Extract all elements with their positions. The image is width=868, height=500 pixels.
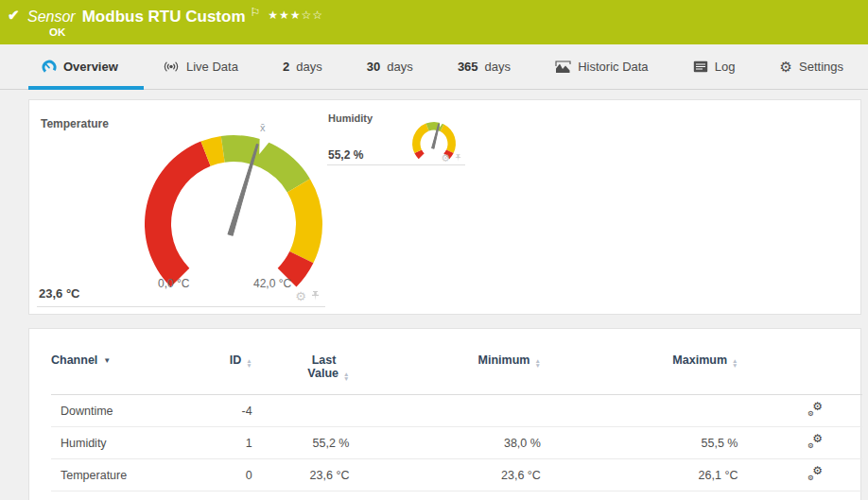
cell-channel: Downtime [51, 395, 197, 427]
flag-icon[interactable]: ⚐ [251, 6, 261, 19]
temperature-gauge-block: Temperature x̄ 0,0 °C 42,0 °C 23,6 °C ⚙ [37, 108, 325, 307]
column-header-last-value[interactable]: Last Value▲▼ [252, 353, 350, 395]
average-marker-label: x̄ [260, 122, 266, 133]
sort-arrows-icon: ▲▼ [534, 358, 540, 368]
cell-maximum: 26,1 °C [541, 459, 738, 491]
ok-check-icon: ✔ [8, 7, 20, 24]
cell-last-value: 55,2 % [252, 427, 350, 459]
sort-arrows-icon: ▲▼ [343, 371, 349, 381]
column-header-minimum[interactable]: Minimum▲▼ [349, 353, 540, 395]
gauge-icon [42, 60, 57, 75]
tab-overview[interactable]: Overview [28, 44, 131, 89]
channels-table: Channel▼ ID▲▼ Last Value▲▼ Minimum▲▼ Max… [51, 353, 862, 491]
sensor-title: SensorModbus RTU Custom⚐★★★☆☆ [27, 6, 323, 26]
tab-settings[interactable]: ⚙ Settings [767, 44, 857, 89]
tab-label: Live Data [186, 60, 238, 74]
column-header-maximum[interactable]: Maximum▲▼ [541, 353, 738, 395]
cell-minimum: 38,0 % [349, 427, 540, 459]
gauges-panel: Temperature x̄ 0,0 °C 42,0 °C 23,6 °C ⚙ … [28, 99, 861, 315]
sort-arrows-icon: ▲▼ [732, 358, 738, 368]
sensor-tabbar: Overview Live Data 2 days 30 days 365 da… [0, 44, 868, 90]
tab-live-data[interactable]: Live Data [149, 44, 252, 89]
cell-channel: Temperature [51, 459, 197, 491]
cell-last-value: 23,6 °C [252, 459, 350, 491]
tab-label: Log [715, 60, 736, 74]
log-list-icon [693, 60, 708, 73]
cell-id: 0 [197, 459, 252, 491]
cell-id: -4 [197, 395, 252, 427]
channel-settings-gears-icon[interactable]: ⚙⚙ [807, 403, 823, 417]
gauge-settings-gear-icon[interactable]: ⚙ [441, 153, 450, 164]
sensor-name: Modbus RTU Custom [82, 8, 246, 26]
channels-panel: Channel▼ ID▲▼ Last Value▲▼ Minimum▲▼ Max… [28, 328, 861, 500]
pin-icon[interactable] [311, 291, 320, 302]
gauge-settings-gear-icon[interactable]: ⚙ [295, 290, 306, 302]
gauge-current-value: 55,2 % [328, 148, 363, 162]
live-waves-icon [163, 60, 180, 74]
tab-label: Overview [63, 60, 118, 74]
cell-channel: Humidity [51, 427, 197, 459]
table-row[interactable]: Temperature 0 23,6 °C 23,6 °C 26,1 °C ⚙⚙ [51, 459, 862, 491]
tab-number: 2 [283, 60, 289, 74]
tab-number: 365 [458, 60, 478, 74]
pin-icon[interactable] [455, 154, 461, 163]
status-badge: OK [49, 26, 65, 38]
gauge-min-label: 0,0 °C [158, 277, 189, 290]
gauge-title: Temperature [41, 117, 109, 130]
area-chart-icon [555, 60, 571, 74]
tab-label: Historic Data [578, 60, 648, 74]
cell-minimum [349, 395, 540, 427]
column-header-channel[interactable]: Channel▼ [51, 353, 197, 395]
gear-icon: ⚙ [780, 60, 792, 74]
sort-arrows-icon: ▲▼ [246, 358, 252, 368]
cell-minimum: 23,6 °C [349, 459, 540, 491]
tab-2-days[interactable]: 2 days [269, 44, 336, 89]
gauge-max-label: 42,0 °C [253, 277, 291, 290]
tab-number: 30 [367, 60, 380, 74]
tab-unit: days [296, 60, 321, 74]
tab-unit: days [387, 60, 412, 74]
gauge-title: Humidity [328, 112, 373, 124]
priority-stars[interactable]: ★★★☆☆ [268, 9, 323, 22]
channel-settings-gears-icon[interactable]: ⚙⚙ [807, 435, 823, 449]
channel-settings-gears-icon[interactable]: ⚙⚙ [807, 467, 823, 481]
sort-caret-icon: ▼ [103, 356, 111, 365]
cell-maximum [541, 395, 738, 427]
gauge-current-value: 23,6 °C [39, 286, 80, 301]
cell-id: 1 [197, 427, 252, 459]
cell-last-value [252, 395, 350, 427]
cell-maximum: 55,5 % [541, 427, 738, 459]
tab-unit: days [485, 60, 511, 74]
table-row[interactable]: Downtime -4 ⚙⚙ [51, 395, 862, 427]
active-tab-underline [28, 86, 144, 90]
column-header-id[interactable]: ID▲▼ [197, 353, 252, 395]
tab-label: Settings [799, 60, 843, 74]
table-header-row: Channel▼ ID▲▼ Last Value▲▼ Minimum▲▼ Max… [51, 353, 862, 395]
tab-365-days[interactable]: 365 days [444, 44, 524, 89]
object-kind-label: Sensor [27, 9, 76, 25]
tab-historic-data[interactable]: Historic Data [542, 44, 661, 89]
sensor-status-bar: ✔ SensorModbus RTU Custom⚐★★★☆☆ OK [0, 0, 868, 44]
tab-30-days[interactable]: 30 days [354, 44, 426, 89]
tab-log[interactable]: Log [680, 44, 749, 89]
humidity-gauge-block: Humidity 55,2 % ⚙ [327, 107, 465, 165]
table-row[interactable]: Humidity 1 55,2 % 38,0 % 55,5 % ⚙⚙ [51, 427, 862, 459]
